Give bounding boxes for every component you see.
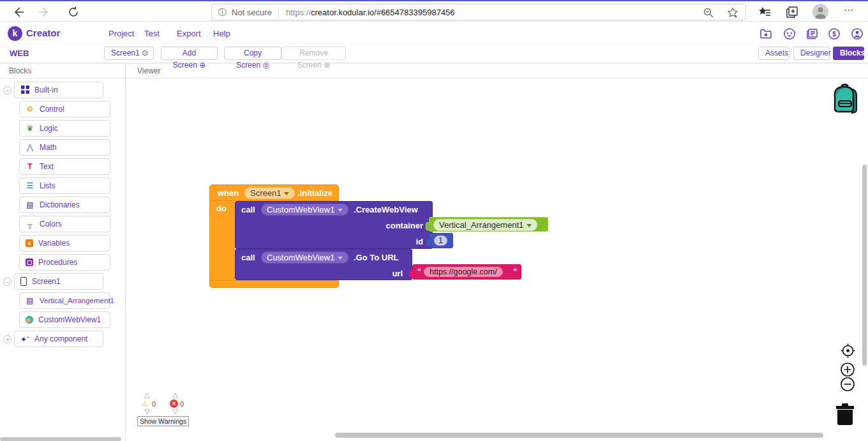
- forward-icon[interactable]: [37, 5, 51, 19]
- trash-icon[interactable]: [834, 401, 857, 429]
- canvas-horizontal-scrollbar[interactable]: [335, 433, 823, 438]
- favorites-hub-icon[interactable]: [758, 5, 772, 19]
- component-dropdown-field[interactable]: CustomWebView1: [261, 204, 348, 216]
- colors-icon: ╥: [26, 220, 34, 228]
- url-text[interactable]: https://creator.kodular.io/#665478339598…: [286, 8, 455, 17]
- dictionaries-icon: ▤: [26, 201, 34, 209]
- canvas-vertical-scrollbar[interactable]: [862, 165, 867, 366]
- assets-button[interactable]: Assets: [758, 47, 789, 60]
- warning-count: 0: [152, 400, 156, 408]
- sidebar-item-built-in[interactable]: Built-in: [14, 82, 103, 98]
- collapse-built-in[interactable]: [3, 86, 11, 94]
- warnings-up-icon[interactable]: △: [144, 391, 149, 398]
- sidebar-item-label: Control: [40, 105, 64, 114]
- zoom-out-page-icon[interactable]: [702, 6, 716, 20]
- collapse-any-component[interactable]: [3, 335, 11, 343]
- sidebar-item-math[interactable]: ⋀ Math: [19, 139, 110, 156]
- url-value-field[interactable]: https://google.com/: [424, 267, 503, 277]
- call-createwebview-block[interactable]: call CustomWebView1 .CreateWebView conta…: [235, 201, 433, 249]
- blocks-button[interactable]: Blocks: [833, 47, 864, 60]
- sidebar-item-customwebview1[interactable]: CustomWebView1: [19, 311, 110, 328]
- sidebar-item-label: Dictionaries: [40, 200, 80, 209]
- designer-button[interactable]: Designer: [793, 47, 830, 60]
- when-block-do-column[interactable]: do: [209, 201, 235, 280]
- number-block[interactable]: 1: [429, 233, 453, 248]
- browser-menu-icon[interactable]: ⋯: [844, 4, 855, 16]
- when-block-bottom[interactable]: [209, 280, 339, 288]
- blocks-panel-title: Blocks: [9, 66, 31, 75]
- kodular-logo[interactable]: k: [8, 26, 22, 41]
- screen-dropdown-field[interactable]: Screen1: [244, 187, 295, 199]
- show-warnings-button[interactable]: Show Warnings: [137, 416, 189, 426]
- my-projects-icon[interactable]: [760, 27, 772, 40]
- sidebar-item-variables[interactable]: x Variables: [19, 235, 110, 251]
- warnings-down-icon[interactable]: ▽: [144, 408, 149, 415]
- menu-test[interactable]: Test: [144, 29, 160, 38]
- sidebar-item-label: Logic: [40, 124, 58, 133]
- sidebar-item-any-component[interactable]: ✦+ Any component: [14, 331, 103, 347]
- component-dropdown-field[interactable]: CustomWebView1: [261, 251, 348, 264]
- community-icon[interactable]: [783, 27, 796, 40]
- sidebar-item-label: Screen1: [32, 277, 61, 286]
- sidebar-item-colors[interactable]: ╥ Colors: [19, 216, 110, 232]
- sidebar-item-logic[interactable]: ♛ Logic: [19, 120, 110, 137]
- customwebview-icon: [26, 316, 33, 324]
- favorite-star-icon[interactable]: [726, 6, 740, 20]
- current-screen-button[interactable]: Screen1 ⊙: [104, 47, 154, 60]
- call-gotourl-block[interactable]: call CustomWebView1 .Go To URL url: [235, 249, 412, 280]
- dropdown-caret-icon: [284, 192, 289, 195]
- url-divider: [278, 8, 279, 17]
- refresh-icon[interactable]: [66, 5, 80, 19]
- any-component-icon: ✦+: [20, 335, 29, 343]
- sidebar-item-control[interactable]: ⚙ Control: [19, 101, 110, 117]
- variables-icon: x: [26, 239, 33, 247]
- when-screen-initialize-block[interactable]: when Screen1 .Initialize: [209, 184, 339, 201]
- call-label: call: [241, 253, 255, 262]
- errors-down-icon[interactable]: ▽: [172, 408, 177, 415]
- add-screen-button[interactable]: Add Screen ⊕: [161, 47, 218, 60]
- text-string-block[interactable]: " https://google.com/ ": [412, 264, 521, 280]
- menu-help[interactable]: Help: [213, 29, 230, 38]
- sidebar-item-lists[interactable]: ☰ Lists: [19, 177, 110, 194]
- component-value-dropdown[interactable]: Vertical_Arrangement1: [433, 219, 537, 231]
- copy-screen-button[interactable]: Copy Screen ◎: [224, 47, 281, 60]
- sidebar-horizontal-scrollbar[interactable]: [0, 437, 121, 441]
- collapse-screen1[interactable]: [3, 278, 11, 286]
- sidebar-item-procedures[interactable]: ▢ Procedures: [19, 254, 110, 271]
- sidebar-item-label: Vertical_Arrangement1: [40, 297, 114, 304]
- sidebar-item-vertical-arrangement1[interactable]: ▤ Vertical_Arrangement1: [19, 292, 110, 309]
- browser-profile-avatar[interactable]: [812, 4, 828, 20]
- screen-dropdown-icon: ⊙: [142, 49, 148, 57]
- call-label: call: [241, 205, 255, 214]
- sidebar-item-label: Math: [40, 143, 57, 152]
- backpack-icon[interactable]: [828, 82, 862, 120]
- diagnostics-panel: △ ⚠ 0 ▽ △ ✕ 0 ▽: [142, 391, 186, 417]
- sidebar-item-text[interactable]: T Text: [19, 158, 110, 175]
- container-param-label: container: [385, 221, 423, 230]
- vertical-arrangement-component-block[interactable]: Vertical_Arrangement1: [429, 217, 548, 232]
- project-name: WEB: [10, 49, 29, 58]
- control-icon: ⚙: [26, 105, 34, 113]
- errors-up-icon[interactable]: △: [172, 391, 177, 398]
- sidebar-item-screen1[interactable]: Screen1: [14, 273, 103, 290]
- zoom-reset-icon[interactable]: [839, 342, 857, 362]
- url-bar[interactable]: ⓘ Not secure https://creator.kodular.io/…: [211, 4, 746, 20]
- monetization-icon[interactable]: $: [828, 27, 841, 40]
- collections-icon[interactable]: [785, 5, 799, 19]
- sidebar-item-label: Any component: [34, 334, 87, 343]
- account-icon[interactable]: [851, 27, 864, 40]
- remove-screen-button[interactable]: Remove Screen ⊗: [281, 47, 346, 60]
- number-value-field[interactable]: 1: [434, 235, 447, 246]
- menu-export[interactable]: Export: [177, 29, 201, 38]
- screen-icon: [20, 277, 27, 286]
- url-scheme: https://: [286, 8, 311, 17]
- vertical-arrangement-icon: ▤: [26, 297, 34, 304]
- news-icon[interactable]: [805, 27, 818, 40]
- zoom-out-icon[interactable]: [840, 377, 855, 394]
- screens-toolbar: WEB Screen1 ⊙ Add Screen ⊕ Copy Screen ◎…: [0, 44, 868, 63]
- menu-project[interactable]: Project: [108, 29, 134, 38]
- url-param-label: url: [392, 269, 403, 278]
- sidebar-item-dictionaries[interactable]: ▤ Dictionaries: [19, 197, 110, 213]
- back-icon[interactable]: [11, 5, 26, 19]
- info-icon[interactable]: ⓘ: [218, 7, 228, 17]
